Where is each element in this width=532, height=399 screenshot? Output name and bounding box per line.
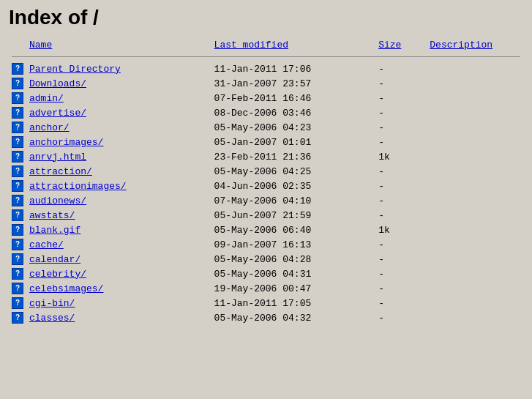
file-icon: ? (12, 268, 23, 280)
file-name-cell: anrvj.html (26, 149, 211, 164)
file-icon-cell: ? (9, 193, 26, 208)
table-row: ?Downloads/31-Jan-2007 23:57- (9, 76, 523, 91)
header-divider (12, 56, 520, 57)
modified-column-header: Last modified (211, 38, 376, 52)
file-icon-cell: ? (9, 237, 26, 252)
file-icon: ? (12, 63, 23, 75)
file-icon: ? (12, 107, 23, 119)
icon-header-cell (9, 38, 26, 52)
file-size-cell: - (375, 61, 427, 76)
file-modified-cell: 07-May-2006 04:10 (211, 193, 376, 208)
description-column-header: Description (427, 38, 523, 52)
file-description-cell (427, 237, 523, 252)
file-icon: ? (12, 253, 23, 265)
file-link[interactable]: Downloads/ (29, 78, 86, 89)
file-description-cell (427, 120, 523, 135)
file-size-cell: - (375, 135, 427, 149)
file-modified-cell: 05-Jan-2007 01:01 (211, 135, 376, 149)
file-size-cell: - (375, 208, 427, 223)
table-row: ?anchor/05-May-2006 04:23- (9, 120, 523, 135)
file-icon-cell: ? (9, 223, 26, 237)
file-link[interactable]: blank.gif (29, 225, 80, 236)
file-listing-table: Name Last modified Size Description ?Par… (9, 38, 523, 325)
file-link[interactable]: anchorimages/ (29, 137, 103, 148)
file-link[interactable]: Parent Directory (29, 64, 121, 75)
file-icon-cell: ? (9, 310, 26, 325)
file-description-cell (427, 266, 523, 281)
file-description-cell (427, 105, 523, 120)
separator-row (9, 52, 523, 61)
file-icon: ? (12, 180, 23, 192)
table-row: ?anchorimages/05-Jan-2007 01:01- (9, 135, 523, 149)
file-name-cell: calendar/ (26, 252, 211, 266)
file-icon-cell: ? (9, 208, 26, 223)
table-row: ?celebrity/05-May-2006 04:31- (9, 266, 523, 281)
name-column-header: Name (26, 38, 211, 52)
file-icon: ? (12, 283, 23, 294)
file-icon: ? (12, 312, 23, 324)
file-link[interactable]: anrvj.html (29, 152, 86, 163)
file-size-cell: - (375, 266, 427, 281)
file-modified-cell: 07-Feb-2011 16:46 (211, 91, 376, 105)
file-link[interactable]: celebrity/ (29, 269, 86, 280)
file-size-cell: - (375, 296, 427, 310)
file-modified-cell: 08-Dec-2006 03:46 (211, 105, 376, 120)
file-description-cell (427, 208, 523, 223)
file-link[interactable]: attraction/ (29, 166, 92, 177)
file-icon-cell: ? (9, 164, 26, 179)
file-size-cell: - (375, 281, 427, 296)
file-icon-cell: ? (9, 252, 26, 266)
table-row: ?audionews/07-May-2006 04:10- (9, 193, 523, 208)
file-link[interactable]: advertise/ (29, 108, 86, 119)
file-link[interactable]: calendar/ (29, 254, 80, 265)
file-link[interactable]: cache/ (29, 239, 64, 250)
file-modified-cell: 05-May-2006 04:31 (211, 266, 376, 281)
file-name-cell: anchor/ (26, 120, 211, 135)
file-modified-cell: 05-May-2006 04:25 (211, 164, 376, 179)
file-link[interactable]: attractionimages/ (29, 181, 127, 192)
file-name-cell: blank.gif (26, 223, 211, 237)
file-link[interactable]: admin/ (29, 93, 64, 104)
file-icon-cell: ? (9, 91, 26, 105)
file-size-cell: - (375, 164, 427, 179)
file-description-cell (427, 76, 523, 91)
file-size-cell: 1k (375, 149, 427, 164)
file-modified-cell: 11-Jan-2011 17:05 (211, 296, 376, 310)
file-link[interactable]: classes/ (29, 313, 75, 324)
file-name-cell: advertise/ (26, 105, 211, 120)
description-sort-link[interactable]: Description (430, 40, 492, 51)
table-row: ?cache/09-Jan-2007 16:13- (9, 237, 523, 252)
file-modified-cell: 09-Jan-2007 16:13 (211, 237, 376, 252)
file-description-cell (427, 193, 523, 208)
file-modified-cell: 31-Jan-2007 23:57 (211, 76, 376, 91)
table-row: ?blank.gif05-May-2006 06:401k (9, 223, 523, 237)
file-description-cell (427, 91, 523, 105)
size-column-header: Size (375, 38, 427, 52)
file-modified-cell: 23-Feb-2011 21:36 (211, 149, 376, 164)
file-name-cell: awstats/ (26, 208, 211, 223)
file-name-cell: Parent Directory (26, 61, 211, 76)
size-sort-link[interactable]: Size (378, 40, 401, 51)
file-icon-cell: ? (9, 61, 26, 76)
modified-sort-link[interactable]: Last modified (214, 40, 288, 51)
file-modified-cell: 05-Jun-2007 21:59 (211, 208, 376, 223)
file-link[interactable]: anchor/ (29, 122, 70, 133)
file-icon-cell: ? (9, 135, 26, 149)
file-description-cell (427, 296, 523, 310)
name-sort-link[interactable]: Name (29, 40, 52, 51)
file-modified-cell: 19-May-2006 00:47 (211, 281, 376, 296)
file-icon: ? (12, 297, 23, 309)
file-icon: ? (12, 209, 23, 221)
file-name-cell: classes/ (26, 310, 211, 325)
file-link[interactable]: celebsimages/ (29, 283, 103, 294)
file-link[interactable]: cgi-bin/ (29, 298, 75, 309)
file-modified-cell: 11-Jan-2011 17:06 (211, 61, 376, 76)
file-icon-cell: ? (9, 179, 26, 193)
file-link[interactable]: awstats/ (29, 210, 75, 221)
file-name-cell: celebrity/ (26, 266, 211, 281)
file-name-cell: attractionimages/ (26, 179, 211, 193)
file-modified-cell: 05-May-2006 04:32 (211, 310, 376, 325)
file-size-cell: - (375, 105, 427, 120)
file-modified-cell: 04-Jun-2006 02:35 (211, 179, 376, 193)
file-link[interactable]: audionews/ (29, 195, 86, 206)
